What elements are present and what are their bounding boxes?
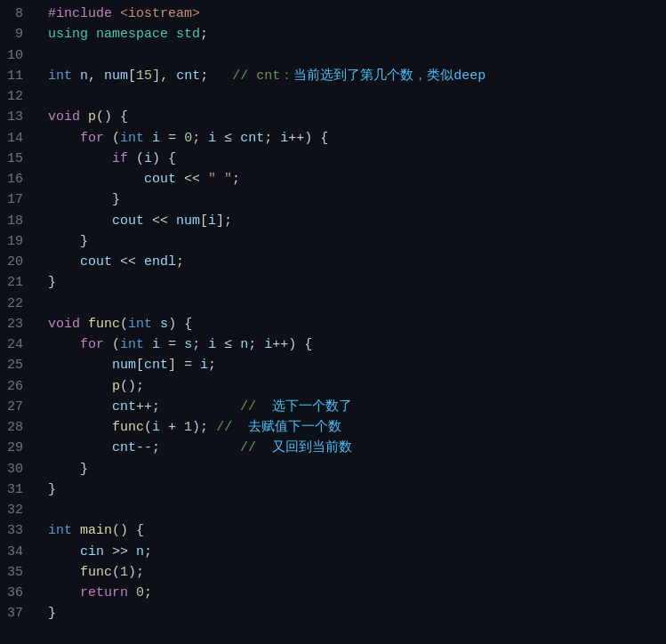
token-var: n xyxy=(136,542,144,562)
token-var: cnt xyxy=(112,397,136,417)
code-line: } xyxy=(48,231,666,252)
token-var: num xyxy=(104,66,128,86)
token-var: s xyxy=(184,334,192,355)
token-var: i xyxy=(144,149,152,169)
token-plain: + xyxy=(160,417,184,438)
token-var: cout xyxy=(144,169,176,189)
token-plain: [ xyxy=(128,66,136,86)
token-comment: // xyxy=(216,417,248,438)
token-comment: // xyxy=(240,438,272,458)
token-kw-yellow: p xyxy=(112,376,120,397)
line-number: 17 xyxy=(7,189,30,210)
token-plain: , xyxy=(88,66,104,86)
token-plain xyxy=(48,583,80,603)
token-plain: = xyxy=(160,334,184,355)
token-plain: [ xyxy=(200,211,208,231)
token-var: n xyxy=(80,66,88,86)
code-line: } xyxy=(48,459,666,479)
line-number: 32 xyxy=(7,500,30,520)
token-kw-purple: void xyxy=(48,314,80,334)
token-ns: std xyxy=(176,24,200,44)
token-kw-purple: return xyxy=(80,583,128,603)
line-number: 33 xyxy=(7,520,30,541)
token-plain: () { xyxy=(96,107,128,127)
code-line: #include <iostream> xyxy=(48,4,666,24)
code-line xyxy=(48,294,666,314)
line-number: 34 xyxy=(7,542,30,562)
line-number: 27 xyxy=(7,397,30,417)
token-plain xyxy=(48,334,80,355)
token-plain: ( xyxy=(112,562,120,583)
line-number: 15 xyxy=(7,149,30,169)
token-plain: ; xyxy=(176,252,184,272)
token-comment-cn: 又回到当前数 xyxy=(272,438,352,458)
token-plain xyxy=(88,24,96,44)
token-plain: (); xyxy=(120,376,144,397)
token-plain xyxy=(168,24,176,44)
code-line: } xyxy=(48,603,666,624)
token-plain: } xyxy=(48,231,88,252)
token-plain: ); xyxy=(192,417,216,438)
line-number: 35 xyxy=(7,562,30,583)
code-line: cin >> n; xyxy=(48,542,666,562)
token-plain xyxy=(48,128,80,149)
line-number: 28 xyxy=(7,417,30,438)
line-number: 30 xyxy=(7,459,30,479)
token-preprocessor: #include xyxy=(48,4,112,24)
token-plain: = xyxy=(160,128,184,149)
token-plain: ; xyxy=(144,583,152,603)
code-line: func(i + 1); // 去赋值下一个数 xyxy=(48,417,666,438)
code-line: return 0; xyxy=(48,583,666,603)
line-number: 8 xyxy=(7,4,30,24)
token-plain: } xyxy=(48,459,88,479)
code-line: cnt++; // 选下一个数了 xyxy=(48,397,666,417)
token-plain: } xyxy=(48,479,56,500)
token-var: cnt xyxy=(240,128,264,149)
token-plain: } xyxy=(48,272,56,293)
line-number: 13 xyxy=(7,107,30,127)
token-var: i xyxy=(152,417,160,438)
code-line: p(); xyxy=(48,376,666,397)
token-plain xyxy=(48,376,112,397)
token-kw-yellow: main xyxy=(80,520,112,541)
line-number: 22 xyxy=(7,294,30,314)
line-number: 20 xyxy=(7,252,30,272)
code-line: for (int i = 0; i ≤ cnt; i++) { xyxy=(48,128,666,149)
code-line: if (i) { xyxy=(48,149,666,169)
code-line: for (int i = s; i ≤ n; i++) { xyxy=(48,334,666,355)
token-plain xyxy=(80,107,88,127)
token-plain: << xyxy=(176,169,208,189)
token-kw-purple: for xyxy=(80,128,104,149)
token-var: n xyxy=(240,334,248,355)
token-plain: ; xyxy=(264,128,280,149)
token-plain: ; xyxy=(144,542,152,562)
token-plain: << xyxy=(112,252,144,272)
token-plain: ; xyxy=(232,169,240,189)
token-var: i xyxy=(264,334,272,355)
line-number: 26 xyxy=(7,376,30,397)
code-line: } xyxy=(48,189,666,210)
token-kw-blue: int xyxy=(120,334,144,355)
token-kw-cyan: namespace xyxy=(96,24,168,44)
code-line: cout << num[i]; xyxy=(48,211,666,231)
code-line: } xyxy=(48,479,666,500)
token-var: i xyxy=(208,334,216,355)
token-plain: ); xyxy=(128,562,144,583)
token-comment-cn: 当前选到了第几个数，类似deep xyxy=(293,66,485,86)
token-kw-yellow: p xyxy=(88,107,96,127)
token-plain: ( xyxy=(144,417,152,438)
token-comment-cn: 选下一个数了 xyxy=(272,397,352,417)
code-line: cout << " "; xyxy=(48,169,666,189)
code-line: void func(int s) { xyxy=(48,314,666,334)
token-var: num xyxy=(176,211,200,231)
token-plain xyxy=(48,149,112,169)
token-kw-yellow: func xyxy=(112,417,144,438)
token-plain: ; xyxy=(192,128,208,149)
token-kw-cyan: using xyxy=(48,24,88,44)
token-plain xyxy=(48,169,144,189)
line-number: 16 xyxy=(7,169,30,189)
token-plain xyxy=(48,542,80,562)
token-plain xyxy=(80,314,88,334)
token-plain xyxy=(128,583,136,603)
token-kw-purple: if xyxy=(112,149,128,169)
